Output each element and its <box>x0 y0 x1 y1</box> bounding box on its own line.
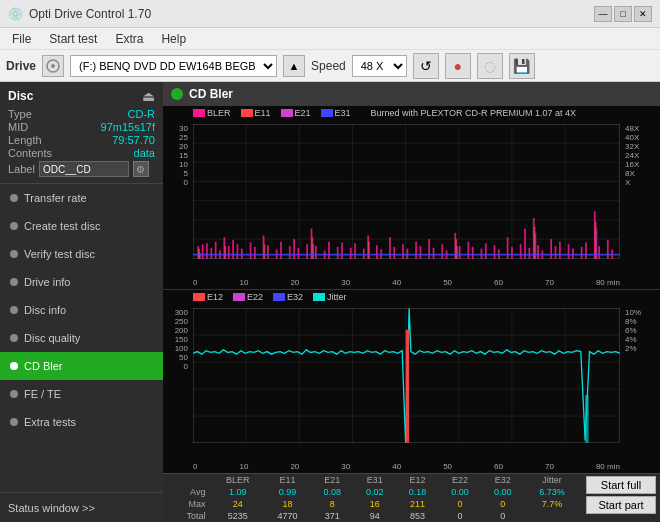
nav-disc-info-label: Disc info <box>24 304 66 316</box>
drive-select[interactable]: (F:) BENQ DVD DD EW164B BEGB <box>70 55 277 77</box>
svg-rect-27 <box>237 244 239 259</box>
minimize-button[interactable]: — <box>594 6 612 22</box>
menu-start-test[interactable]: Start test <box>41 30 105 48</box>
disc-label-row: Label ⚙ <box>8 161 155 177</box>
svg-rect-70 <box>511 247 513 259</box>
svg-rect-69 <box>507 237 509 259</box>
menu-extra[interactable]: Extra <box>107 30 151 48</box>
nav-drive-info[interactable]: Drive info <box>0 268 163 296</box>
stats-header-row: BLER E11 E21 E31 E12 E22 E32 Jitter <box>163 474 580 486</box>
start-full-button[interactable]: Start full <box>586 476 656 494</box>
nav-extra-tests[interactable]: Extra tests <box>0 408 163 436</box>
max-label: Max <box>163 498 211 510</box>
legend-e31: E31 <box>335 108 351 118</box>
x-bot-30: 30 <box>341 462 350 471</box>
start-part-button[interactable]: Start part <box>586 496 656 514</box>
disc-panel: Disc ⏏ Type CD-R MID 97m15s17f Length 79… <box>0 82 163 184</box>
maximize-button[interactable]: □ <box>614 6 632 22</box>
eject-button[interactable]: ▲ <box>283 55 305 77</box>
x-bot-80: 80 min <box>596 462 620 471</box>
chart-header: CD Bler <box>163 82 660 106</box>
charts-area: BLER E11 E21 E31 Burned with PLEXTOR C <box>163 106 660 473</box>
legend-jitter: Jitter <box>327 292 347 302</box>
burn-button[interactable]: ● <box>445 53 471 79</box>
x-bot-60: 60 <box>494 462 503 471</box>
y-right-8pct: 8% <box>625 317 660 326</box>
y-bot-200: 200 <box>163 326 188 335</box>
menu-help[interactable]: Help <box>153 30 194 48</box>
nav-dot <box>10 306 18 314</box>
label-button[interactable]: ⚙ <box>133 161 149 177</box>
header-circle-icon <box>171 88 183 100</box>
avg-e32: 0.00 <box>481 486 524 498</box>
svg-rect-37 <box>298 248 300 259</box>
x-bot-40: 40 <box>392 462 401 471</box>
svg-rect-85 <box>598 246 600 259</box>
total-e21: 371 <box>311 510 354 522</box>
mid-label: MID <box>8 121 28 133</box>
drive-label: Drive <box>6 59 36 73</box>
disc-header: Disc ⏏ <box>8 88 155 104</box>
chart-title: CD Bler <box>189 87 233 101</box>
save-button[interactable]: 💾 <box>509 53 535 79</box>
legend-e11: E11 <box>255 108 271 118</box>
svg-rect-73 <box>529 248 531 259</box>
x-bot-20: 20 <box>290 462 299 471</box>
svg-rect-64 <box>472 247 474 259</box>
speed-select[interactable]: 48 X40 X32 X <box>352 55 407 77</box>
refresh-button[interactable]: ↺ <box>413 53 439 79</box>
svg-rect-49 <box>376 245 378 259</box>
total-e31: 94 <box>353 510 396 522</box>
nav-transfer-rate[interactable]: Transfer rate <box>0 184 163 212</box>
y-right-2pct: 2% <box>625 344 660 353</box>
stats-max-row: Max 24 18 8 16 211 0 0 7.7% <box>163 498 580 510</box>
avg-e21: 0.08 <box>311 486 354 498</box>
legend-bler: BLER <box>207 108 231 118</box>
nav-disc-quality[interactable]: Disc quality <box>0 324 163 352</box>
nav-dot <box>10 222 18 230</box>
legend-e32: E32 <box>287 292 303 302</box>
svg-rect-19 <box>202 244 204 259</box>
svg-rect-25 <box>228 246 230 259</box>
nav-cd-bler-label: CD Bler <box>24 360 63 372</box>
close-button[interactable]: ✕ <box>634 6 652 22</box>
svg-rect-92 <box>368 242 370 259</box>
nav-dot <box>10 194 18 202</box>
y-bot-100: 100 <box>163 344 188 353</box>
total-e11: 4770 <box>264 510 311 522</box>
stats-area: BLER E11 E21 E31 E12 E22 E32 Jitter Avg … <box>163 473 660 522</box>
x-top-80: 80 min <box>596 278 620 287</box>
y-bot-150: 150 <box>163 335 188 344</box>
y-top-20: 20 <box>163 142 188 151</box>
drive-icon <box>42 55 64 77</box>
svg-rect-20 <box>206 243 208 259</box>
avg-e12: 0.18 <box>396 486 439 498</box>
svg-rect-67 <box>494 245 496 259</box>
nav-transfer-rate-label: Transfer rate <box>24 192 87 204</box>
erase-button[interactable]: ◌ <box>477 53 503 79</box>
nav-verify-test-disc[interactable]: Verify test disc <box>0 240 163 268</box>
x-bot-10: 10 <box>239 462 248 471</box>
nav-create-test-disc[interactable]: Create test disc <box>0 212 163 240</box>
nav-create-label: Create test disc <box>24 220 100 232</box>
x-bot-50: 50 <box>443 462 452 471</box>
svg-rect-80 <box>568 244 570 259</box>
y-right-x: X <box>625 178 660 187</box>
y-top-0: 0 <box>163 178 188 187</box>
avg-bler: 1.09 <box>211 486 264 498</box>
nav-fe-te[interactable]: FE / TE <box>0 380 163 408</box>
svg-rect-26 <box>232 240 234 259</box>
disc-eject-icon: ⏏ <box>142 88 155 104</box>
nav-cd-bler[interactable]: CD Bler <box>0 352 163 380</box>
svg-rect-51 <box>389 237 391 259</box>
label-input[interactable] <box>39 161 129 177</box>
menu-file[interactable]: File <box>4 30 39 48</box>
y-top-30: 30 <box>163 124 188 133</box>
y-top-10: 10 <box>163 160 188 169</box>
nav-fe-te-label: FE / TE <box>24 388 61 400</box>
stats-avg-row: Avg 1.09 0.99 0.08 0.02 0.18 0.00 0.00 6… <box>163 486 580 498</box>
nav-disc-info[interactable]: Disc info <box>0 296 163 324</box>
svg-rect-56 <box>420 246 422 259</box>
status-window-button[interactable]: Status window >> <box>0 492 163 522</box>
label-key: Label <box>8 163 35 175</box>
